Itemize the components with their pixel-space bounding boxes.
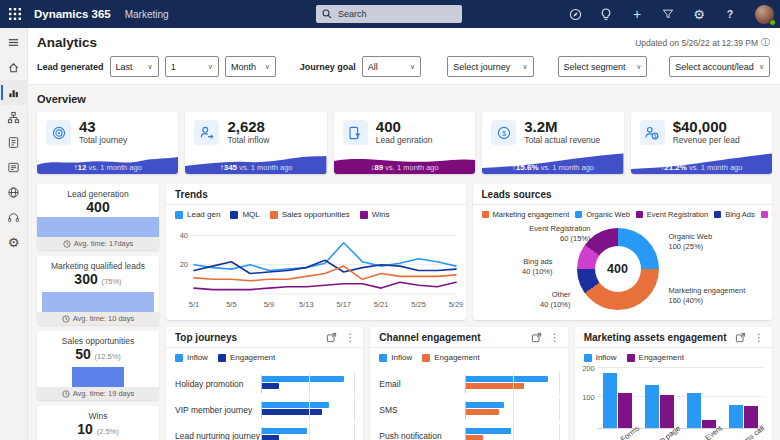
- donut-label-bing-ads: Bing ads40 (10%): [481, 257, 553, 276]
- overview-section: Overview 43 Total journey: [28, 85, 780, 440]
- kpi-revenue-per-lead[interactable]: $ $40,000 Revenue per lead ↑21.2% vs. 1 …: [631, 112, 772, 174]
- help-icon[interactable]: ?: [722, 6, 738, 22]
- expand-icon[interactable]: [326, 332, 337, 343]
- app-launcher-icon[interactable]: [0, 0, 30, 28]
- select-journey-dropdown[interactable]: Select journey∨: [447, 56, 533, 77]
- engagement-bar[interactable]: [618, 393, 632, 428]
- inflow-bar[interactable]: [262, 402, 329, 408]
- kpi-total-inflow[interactable]: 2,628 Total inflow ↑345 vs. 1 month ago: [185, 112, 326, 174]
- inflow-bar[interactable]: [466, 402, 503, 408]
- filter-icon[interactable]: [660, 6, 676, 22]
- chevron-down-icon: ∨: [631, 63, 641, 71]
- globe-icon[interactable]: [0, 180, 28, 205]
- top-journeys-legend: Inflow Engagement: [166, 348, 363, 365]
- gear-icon[interactable]: ⚙: [691, 6, 707, 22]
- period-unit-select[interactable]: Month∨: [225, 56, 276, 77]
- inflow-bar[interactable]: [262, 376, 344, 382]
- sitemap-icon[interactable]: [0, 105, 28, 130]
- info-icon[interactable]: ⓘ: [761, 36, 770, 49]
- inflow-bar[interactable]: [687, 393, 701, 428]
- compass-icon[interactable]: [567, 6, 583, 22]
- settings-icon[interactable]: ⚙: [0, 230, 28, 255]
- inflow-bar[interactable]: [603, 373, 617, 428]
- panel-title: Trends: [175, 189, 208, 200]
- plus-icon[interactable]: +: [629, 6, 645, 22]
- kpi-row: 43 Total journey ↑12 vs. 1 month ago: [37, 112, 772, 174]
- more-options-icon[interactable]: ⋮: [754, 333, 764, 343]
- bar-group: [645, 367, 674, 428]
- left-sidebar: ⚙: [0, 28, 28, 440]
- more-options-icon[interactable]: ⋮: [345, 333, 355, 343]
- engagement-bar[interactable]: [262, 383, 279, 389]
- expand-icon[interactable]: [531, 332, 542, 343]
- inflow-bar[interactable]: [645, 385, 659, 428]
- marketing-assets-panel: Marketing assets engagement ⋮ Inflow Eng…: [575, 327, 772, 440]
- trends-chart[interactable]: 40205/15/55/95/135/175/215/255/29: [170, 222, 464, 314]
- engagement-bar[interactable]: [466, 435, 483, 440]
- inflow-bar[interactable]: [466, 376, 548, 382]
- kpi-trend-band: ↑345 vs. 1 month ago: [185, 152, 326, 174]
- bar-row: Lead nurturing journey: [166, 423, 363, 440]
- filter-bar: Lead generated Last∨ 1∨ Month∨ Journey g…: [28, 52, 780, 85]
- svg-text:5/9: 5/9: [264, 300, 274, 309]
- engagement-bar[interactable]: [660, 395, 674, 428]
- engagement-bar[interactable]: [262, 409, 322, 415]
- analytics-icon[interactable]: [0, 80, 28, 105]
- more-options-icon[interactable]: ⋮: [550, 333, 560, 343]
- bar-group: [729, 367, 758, 428]
- funnel-card-wins[interactable]: Wins 10 (2.5%): [37, 406, 159, 440]
- engagement-bar[interactable]: [262, 435, 279, 440]
- search-input[interactable]: [336, 8, 456, 20]
- kpi-value: 43: [79, 119, 127, 135]
- home-icon[interactable]: [0, 55, 28, 80]
- assets-legend: Inflow Engagement: [575, 348, 772, 365]
- headset-icon[interactable]: [0, 205, 28, 230]
- kpi-label: Lead genration: [376, 135, 433, 146]
- brand-title[interactable]: Dynamics 365: [34, 8, 111, 20]
- donut-chart[interactable]: 400: [577, 228, 659, 310]
- search-icon: [322, 9, 332, 19]
- funnel-card-sales-opportunities[interactable]: Sales opportunities 50 (12.5%) Avg. time…: [37, 331, 159, 400]
- kpi-total-actual-revenue[interactable]: $ 3.2M Total actual revenue ↑15.6% vs. 1…: [482, 112, 623, 174]
- engagement-bar[interactable]: [744, 406, 758, 428]
- inflow-bar[interactable]: [262, 428, 307, 434]
- bar-row: Email: [370, 371, 567, 397]
- panel-title: Channel engagement: [379, 332, 480, 343]
- journey-goal-label: Journey goal: [300, 62, 356, 72]
- menu-icon[interactable]: [0, 30, 28, 55]
- avg-time-footer: Avg. time: 19 days: [37, 387, 159, 400]
- bar-row: VIP member journey: [166, 397, 363, 423]
- funnel-bar: [72, 367, 123, 387]
- forms-icon[interactable]: [0, 155, 28, 180]
- funnel-card-lead-generation[interactable]: Lead generation 400 Avg. time: 17days: [37, 184, 159, 250]
- period-qualifier-select[interactable]: Last∨: [110, 56, 159, 77]
- inflow-bar[interactable]: [729, 405, 743, 428]
- select-segment-dropdown[interactable]: Select segment∨: [558, 56, 648, 77]
- avg-time-footer: Avg. time: 17days: [37, 237, 159, 250]
- report-icon[interactable]: [0, 130, 28, 155]
- period-count-select[interactable]: 1∨: [165, 56, 219, 77]
- select-account-lead-dropdown[interactable]: Select account/lead∨: [669, 56, 770, 77]
- search-box[interactable]: [316, 5, 462, 23]
- chevron-down-icon: ∨: [203, 63, 213, 71]
- lightbulb-icon[interactable]: [598, 6, 614, 22]
- engagement-bar[interactable]: [466, 383, 524, 389]
- leads-sources-chart: Event Registration60 (15%) Bing ads40 (1…: [473, 224, 773, 320]
- kpi-trend-band: ↑21.2% vs. 1 month ago: [631, 152, 772, 174]
- kpi-value: 2,628: [227, 119, 269, 135]
- panel-title: Top journeys: [175, 332, 237, 343]
- engagement-bar[interactable]: [466, 409, 499, 415]
- kpi-total-journey[interactable]: 43 Total journey ↑12 vs. 1 month ago: [37, 112, 178, 174]
- app-name[interactable]: Marketing: [125, 9, 169, 20]
- clock-icon: [63, 240, 71, 248]
- kpi-label: Total journey: [79, 135, 127, 146]
- inflow-bar[interactable]: [466, 428, 511, 434]
- user-avatar[interactable]: [755, 5, 774, 24]
- funnel-card-mql[interactable]: Marketing qualified leads 300 (75%) Avg.…: [37, 256, 159, 325]
- chevron-down-icon: ∨: [517, 63, 527, 71]
- kpi-lead-generation[interactable]: 400 Lead genration ↓89 vs. 1 month ago: [334, 112, 475, 174]
- clock-icon: [62, 315, 70, 323]
- expand-icon[interactable]: [735, 332, 746, 343]
- assets-category-labels: Forms Web page Event Teams call: [597, 431, 764, 440]
- journey-goal-select[interactable]: All∨: [362, 56, 421, 77]
